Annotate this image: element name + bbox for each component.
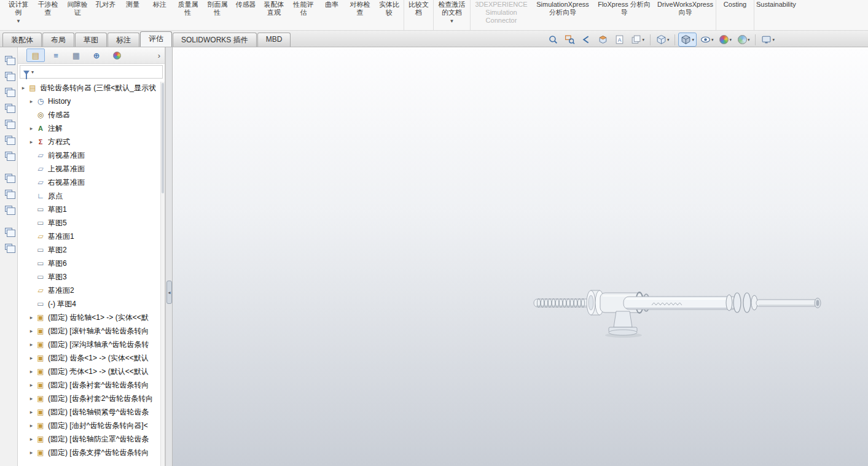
ribbon-button[interactable]: 检查激活的文档 ▼ — [434, 0, 471, 31]
expand-arrow-icon[interactable]: ▸ — [28, 449, 35, 456]
ribbon-button[interactable]: Costing ▼ — [716, 0, 754, 31]
tree-item[interactable]: ▸ (固定) 齿条<1> -> (实体<<默认 — [18, 351, 165, 365]
command-tab[interactable]: SOLIDWORKS 插件 — [173, 33, 257, 47]
tree-item[interactable]: ▸ (固定) [滚针轴承^齿轮齿条转向 — [18, 324, 165, 338]
tree-scrollbar[interactable] — [160, 82, 165, 466]
dock-tool-icon[interactable] — [5, 104, 12, 110]
command-tab[interactable]: 草图 — [75, 33, 107, 47]
scrollbar-thumb[interactable] — [162, 83, 164, 193]
tree-item[interactable]: ▸ History — [18, 95, 165, 108]
dropdown-arrow-icon[interactable]: ▾ — [642, 37, 644, 42]
tree-item[interactable]: ▸ (固定) [齿条衬套^齿轮齿条转向 — [18, 378, 165, 392]
expand-arrow-icon[interactable]: ▸ — [28, 409, 35, 415]
expand-arrow-icon[interactable]: ▸ — [28, 125, 35, 131]
command-tab[interactable]: 标注 — [108, 33, 139, 47]
tree-item[interactable]: ▸ (固定) [齿条支撑^齿轮齿条转向 — [18, 446, 165, 459]
dropdown-arrow-icon[interactable]: ▼ — [16, 18, 21, 24]
tab-featuremanager[interactable]: ▤ — [26, 49, 45, 62]
tree-item[interactable]: ▸ (-) 草图4 — [18, 297, 165, 311]
ribbon-button[interactable]: 标注 ▼ — [146, 0, 173, 31]
dock-tool-icon[interactable] — [5, 120, 12, 126]
ribbon-button[interactable]: 3DEXPERIENCE Simulation Connector ▼ — [471, 0, 532, 31]
command-tab[interactable]: 布局 — [42, 33, 74, 47]
filter-funnel-icon[interactable] — [23, 71, 29, 75]
expand-arrow-icon[interactable]: ▸ — [28, 436, 35, 442]
tree-item[interactable]: ▸ 原点 — [18, 189, 165, 203]
tree-item[interactable]: ▸ 草图6 — [18, 257, 165, 270]
hide-show-items-button[interactable]: ▾ — [698, 33, 716, 47]
dropdown-arrow-icon[interactable]: ▾ — [711, 37, 714, 42]
ribbon-button[interactable]: Sustainability ▼ — [754, 0, 798, 31]
expand-arrow-icon[interactable]: ▸ — [28, 341, 35, 348]
dock-tool-icon[interactable] — [5, 244, 12, 250]
graphics-viewport[interactable] — [173, 47, 868, 466]
tab-displaymanager[interactable] — [108, 49, 126, 62]
command-tab[interactable]: 评估 — [140, 31, 172, 47]
tree-item[interactable]: ▸ (固定) [齿轮轴锁紧母^齿轮齿条 — [18, 405, 165, 419]
panel-splitter[interactable]: ◂ — [165, 47, 173, 466]
dock-tool-icon[interactable] — [5, 174, 12, 180]
dropdown-arrow-icon[interactable]: ▾ — [667, 37, 670, 42]
zoom-fit-button[interactable] — [545, 33, 561, 47]
filter-dropdown-arrow-icon[interactable]: ▾ — [31, 69, 34, 75]
tree-item[interactable]: ▸ 草图1 — [18, 203, 165, 216]
panel-tabs-overflow-arrow[interactable]: › — [156, 51, 162, 60]
tree-item[interactable]: ▸ 基准面2 — [18, 284, 165, 297]
section-view-button[interactable] — [595, 33, 611, 47]
tab-propertymanager[interactable]: ≡ — [47, 49, 65, 62]
tree-item[interactable]: ▸ 草图5 — [18, 216, 165, 230]
ribbon-button[interactable]: 实体比较 ▼ — [375, 0, 404, 31]
tree-item[interactable]: ▸ (固定) [齿条衬套2^齿轮齿条转向 — [18, 392, 165, 405]
tree-item[interactable]: ▸ (固定) [齿轮轴防尘罩^齿轮齿条 — [18, 432, 165, 446]
dropdown-arrow-icon[interactable]: ▾ — [692, 37, 694, 42]
tree-item[interactable]: ▸ (固定) 壳体<1> -> (默认<<默认 — [18, 365, 165, 378]
ribbon-button[interactable]: FloXpress 分析向导 ▼ — [593, 0, 655, 31]
expand-arrow-icon[interactable]: ▸ — [28, 314, 35, 320]
tree-item[interactable]: ▸ 前视基准面 — [18, 149, 165, 162]
ribbon-button[interactable]: SimulationXpress 分析向导 ▼ — [532, 0, 593, 31]
dock-tool-icon[interactable] — [5, 72, 12, 78]
dropdown-arrow-icon[interactable]: ▾ — [772, 37, 775, 42]
ribbon-button[interactable]: 间隙验证 ▼ — [63, 0, 92, 31]
command-tab[interactable]: 装配体 — [2, 33, 42, 47]
dock-tool-icon[interactable] — [5, 206, 12, 212]
expand-arrow-icon[interactable]: ▸ — [28, 355, 35, 361]
tree-item[interactable]: ▸ (固定) 齿轮轴<1> -> (实体<<默 — [18, 311, 165, 324]
expand-arrow-icon[interactable]: ▸ — [28, 422, 35, 429]
dock-tool-icon[interactable] — [5, 56, 12, 62]
tree-item[interactable]: ▸ 上视基准面 — [18, 162, 165, 176]
edit-appearance-button[interactable]: ▾ — [717, 33, 734, 46]
expand-arrow-icon[interactable]: ▸ — [28, 368, 35, 375]
apply-scene-button[interactable]: ▾ — [735, 33, 753, 46]
ribbon-button[interactable]: 曲率 ▼ — [318, 0, 345, 31]
ribbon-button[interactable]: 装配体直观 ▼ — [259, 0, 289, 31]
splitter-grip[interactable]: ◂ — [166, 281, 172, 304]
ribbon-button[interactable]: 剖面属性 ▼ — [203, 0, 232, 31]
tree-item[interactable]: ▸ 齿轮齿条转向器 (三维<默认_显示状 — [18, 81, 165, 95]
dock-tool-icon[interactable] — [5, 152, 12, 158]
ribbon-button[interactable]: 设计算例 ▼ — [4, 0, 33, 31]
command-tab[interactable]: MBD — [257, 33, 291, 47]
tree-item[interactable]: ▸ 传感器 — [18, 108, 165, 122]
tree-item[interactable]: ▸ (固定) [油封^齿轮齿条转向器]< — [18, 419, 165, 432]
dynamic-annotation-views-button[interactable]: A — [612, 33, 627, 47]
tree-item[interactable]: ▸ 方程式 — [18, 135, 165, 149]
view-orientation-button[interactable]: ▾ — [654, 33, 672, 47]
ribbon-button[interactable]: 性能评估 ▼ — [289, 0, 318, 31]
dock-tool-icon[interactable] — [5, 88, 12, 94]
tab-dimxpertmanager[interactable]: ⊕ — [87, 49, 106, 62]
expand-arrow-icon[interactable]: ▸ — [28, 395, 35, 402]
dock-tool-icon[interactable] — [5, 136, 12, 142]
steering-gear-3d-model[interactable] — [531, 276, 826, 386]
previous-view-button[interactable] — [579, 33, 594, 47]
tree-item[interactable]: ▸ 右视基准面 — [18, 176, 165, 189]
expand-arrow-icon[interactable]: ▸ — [28, 382, 35, 388]
ribbon-button[interactable]: 孔对齐 ▼ — [92, 0, 119, 31]
ribbon-button[interactable]: 传感器 ▼ — [232, 0, 259, 31]
expand-arrow-icon[interactable]: ▸ — [28, 98, 35, 104]
zoom-area-button[interactable] — [562, 33, 577, 47]
tree-filter-input[interactable] — [36, 67, 160, 77]
3d-views-button[interactable]: ▾ — [628, 33, 647, 47]
dropdown-arrow-icon[interactable]: ▾ — [729, 37, 732, 42]
tree-item[interactable]: ▸ 基准面1 — [18, 230, 165, 243]
